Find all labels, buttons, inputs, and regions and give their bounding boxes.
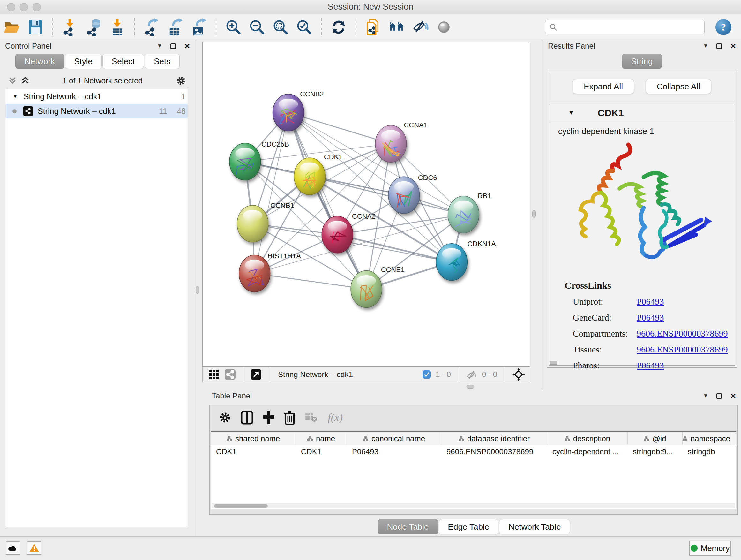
network-edge[interactable] [255, 113, 288, 273]
tree-expand-icon[interactable]: ▼ [12, 93, 18, 100]
crosslink-label: GeneCard: [573, 313, 636, 323]
column-header[interactable]: canonical name [347, 432, 441, 445]
tab-network[interactable]: Network [15, 54, 64, 69]
open-session-icon[interactable] [2, 17, 22, 37]
splitter-handle-bottom[interactable] [467, 385, 474, 388]
network-node-CCNE1[interactable] [351, 271, 382, 308]
column-header[interactable]: name [296, 432, 347, 445]
panel-close-icon[interactable]: × [184, 43, 190, 49]
section-collapse-icon[interactable]: ▼ [568, 110, 574, 116]
tab-select[interactable]: Select [103, 54, 144, 69]
import-network-database-icon[interactable] [84, 17, 104, 37]
column-header[interactable]: description [547, 432, 628, 445]
network-node-CDK1[interactable] [294, 158, 325, 195]
column-header[interactable]: namespace [683, 432, 731, 445]
save-session-icon[interactable] [25, 17, 45, 37]
expand-all-button[interactable]: Expand All [572, 79, 634, 94]
panel-menu-icon[interactable]: ▼ [157, 43, 162, 49]
network-node-CCNB1[interactable] [237, 205, 268, 242]
column-header[interactable]: database identifier [441, 432, 547, 445]
export-image-icon[interactable] [189, 17, 209, 37]
panel-menu-icon[interactable]: ▼ [703, 43, 709, 49]
show-columns-icon[interactable] [240, 411, 254, 425]
table-options-gear-icon[interactable] [219, 411, 231, 424]
open-in-browser-icon[interactable] [250, 369, 262, 380]
first-neighbors-icon[interactable] [387, 17, 407, 37]
network-row[interactable]: String Network – cdk1 11 48 [5, 104, 188, 118]
fit-selected-crosshair-icon[interactable] [512, 368, 525, 381]
zoom-in-icon[interactable] [223, 17, 243, 37]
horizontal-scrollbar[interactable] [212, 503, 735, 508]
panel-close-icon[interactable]: × [730, 43, 736, 49]
import-table-file-icon[interactable] [107, 17, 127, 37]
zoom-out-icon[interactable] [247, 17, 267, 37]
network-node-HIST1H1A[interactable] [239, 255, 270, 292]
panel-float-icon[interactable] [717, 44, 722, 49]
duplicate-network-icon[interactable] [363, 17, 383, 37]
table-row[interactable]: CDK1 CDK1 P06493 9606.ENSP00000378699 cy… [211, 445, 736, 458]
hidden-eye-icon[interactable] [466, 369, 477, 380]
crosslink-link[interactable]: 9606.ENSP00000378699 [636, 328, 728, 339]
network-node-CDKN1A[interactable] [436, 244, 468, 281]
help-icon[interactable]: ? [714, 17, 733, 37]
network-node-CCNA1[interactable] [375, 125, 407, 162]
cloud-tasks-button[interactable] [6, 541, 20, 555]
column-header[interactable]: shared name [211, 432, 296, 445]
panel-float-icon[interactable] [171, 44, 176, 49]
search-box[interactable] [545, 20, 704, 35]
selected-checkbox-icon[interactable] [422, 370, 431, 379]
network-node-CCNB2[interactable] [273, 94, 304, 131]
warnings-button[interactable] [27, 541, 42, 555]
panel-float-icon[interactable] [717, 393, 722, 399]
table-panel-title: Table Panel [212, 391, 252, 400]
zoom-selected-icon[interactable] [294, 17, 314, 37]
column-header[interactable]: @id [628, 432, 683, 445]
crosslink-link[interactable]: P06493 [636, 361, 664, 371]
panel-menu-icon[interactable]: ▼ [703, 393, 709, 399]
tab-string[interactable]: String [622, 54, 662, 69]
node-table: shared name name canonical name database… [211, 431, 736, 509]
network-collection-row[interactable]: ▼ String Network – cdk1 1 [5, 89, 188, 104]
selected-node-edge-count: 1 - 0 [435, 370, 451, 379]
tab-sets[interactable]: Sets [145, 54, 180, 69]
scrollbar-thumb[interactable] [214, 504, 268, 508]
tab-node-table[interactable]: Node Table [378, 519, 438, 535]
network-edge[interactable] [288, 113, 391, 144]
export-network-icon[interactable] [142, 17, 161, 37]
protein-section-header[interactable]: ▼ CDK1 [549, 104, 735, 122]
string-network-icon[interactable] [224, 369, 236, 380]
apply-style-refresh-icon[interactable] [329, 17, 348, 37]
search-input[interactable] [561, 23, 700, 32]
export-table-icon[interactable] [165, 17, 185, 37]
network-edge[interactable] [288, 113, 366, 289]
network-node-CDC25B[interactable] [229, 143, 261, 180]
zoom-fit-icon[interactable] [271, 17, 290, 37]
delete-column-icon[interactable] [284, 410, 296, 425]
add-column-icon[interactable] [263, 410, 275, 425]
hide-unhide-icon[interactable] [410, 17, 430, 37]
network-canvas[interactable]: CCNB2CCNA1CDC25BCDK1CDC6RB1CCNB1CCNA2CDK… [202, 42, 530, 367]
import-network-file-icon[interactable] [60, 17, 80, 37]
expand-all-icon[interactable] [21, 76, 29, 85]
network-options-gear-icon[interactable] [176, 75, 187, 86]
tab-edge-table[interactable]: Edge Table [439, 519, 499, 535]
presentation-mode-icon[interactable] [434, 17, 454, 37]
collapse-all-icon[interactable] [8, 76, 17, 85]
memory-button[interactable]: Memory [689, 541, 731, 556]
network-node-CCNA2[interactable] [322, 216, 353, 253]
results-scrollbar-thumb[interactable] [550, 361, 557, 365]
tab-style[interactable]: Style [65, 54, 102, 69]
splitter-handle-left[interactable] [196, 286, 199, 294]
network-edge[interactable] [310, 176, 463, 214]
splitter-handle-right[interactable] [532, 210, 536, 218]
panel-close-icon[interactable]: × [730, 393, 736, 399]
crosslink-link[interactable]: P06493 [636, 297, 664, 307]
crosslink-link[interactable]: P06493 [636, 313, 664, 323]
collapse-all-button[interactable]: Collapse All [646, 79, 711, 94]
network-node-RB1[interactable] [448, 196, 479, 233]
network-edge[interactable] [255, 273, 366, 289]
tab-network-table[interactable]: Network Table [499, 519, 570, 535]
birdseye-grid-icon[interactable] [208, 369, 219, 380]
crosslink-link[interactable]: 9606.ENSP00000378699 [636, 345, 728, 355]
network-node-CDC6[interactable] [388, 177, 420, 213]
